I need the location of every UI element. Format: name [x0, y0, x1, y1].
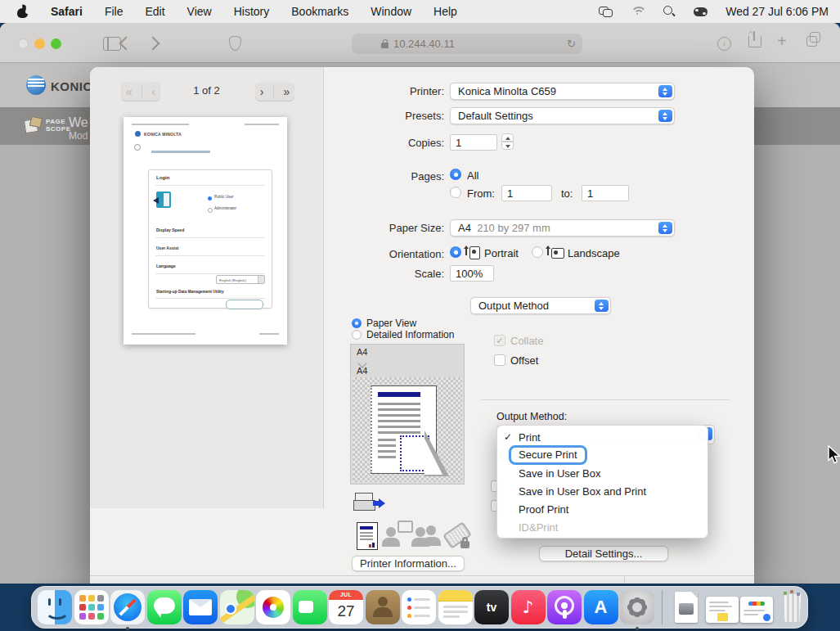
- dock-photos[interactable]: [256, 590, 290, 624]
- dock-trash[interactable]: [775, 590, 810, 624]
- paper-size-popup[interactable]: A4 210 by 297 mm: [450, 219, 675, 237]
- dock-tv[interactable]: tv: [474, 590, 509, 624]
- menu-edit[interactable]: Edit: [145, 5, 164, 18]
- window-close-button[interactable]: [18, 38, 29, 49]
- menu-view[interactable]: View: [187, 5, 212, 18]
- printer-transfer-icon: [353, 493, 384, 516]
- pages-range-radio[interactable]: [450, 187, 461, 198]
- paper-view-radio[interactable]: [352, 318, 362, 328]
- menu-history[interactable]: History: [234, 5, 270, 18]
- window-minimize-button[interactable]: [34, 38, 45, 49]
- share-icon[interactable]: [748, 35, 761, 47]
- dock-system-preferences[interactable]: [620, 590, 654, 624]
- users-icon-disabled: [416, 527, 425, 537]
- previous-page-button[interactable]: ‹: [152, 85, 156, 98]
- dock-podcasts[interactable]: [547, 590, 582, 624]
- offset-label: Offset: [510, 354, 538, 367]
- dock-calendar[interactable]: JUL 27: [329, 590, 363, 624]
- thumb-gear-icon: [134, 144, 141, 151]
- menu-item-id-print: ID&Print: [497, 518, 707, 536]
- reload-icon[interactable]: ↻: [567, 38, 576, 50]
- dock-divider: [662, 590, 663, 624]
- menu-help[interactable]: Help: [433, 5, 457, 18]
- copies-input[interactable]: [450, 134, 497, 151]
- user-icon-disabled: [382, 538, 400, 547]
- screen-mirroring-icon[interactable]: [599, 7, 613, 17]
- printer-information-button[interactable]: Printer Information...: [352, 556, 465, 571]
- dock-maps[interactable]: [220, 590, 254, 624]
- dock-notes[interactable]: [438, 590, 473, 624]
- first-page-button[interactable]: «: [126, 85, 133, 98]
- menu-bar-clock[interactable]: Wed 27 Jul 6:06 PM: [725, 5, 829, 18]
- menu-item-secure-print[interactable]: Secure Print: [497, 446, 707, 464]
- dock-app-store[interactable]: A: [584, 590, 618, 624]
- dock-music[interactable]: ♪: [511, 590, 546, 624]
- menu-item-proof-print[interactable]: Proof Print: [497, 500, 707, 518]
- menu-bookmarks[interactable]: Bookmarks: [291, 5, 348, 18]
- menu-file[interactable]: File: [105, 5, 124, 18]
- pane-selector-popup[interactable]: Output Method: [470, 297, 611, 314]
- popup-chevrons-icon: [658, 85, 672, 97]
- wifi-icon[interactable]: [631, 7, 645, 17]
- thumb-startup-label: Starting-up Data Management Utility: [156, 290, 224, 294]
- dock-facetime[interactable]: [293, 590, 327, 624]
- dock-messages[interactable]: [147, 590, 182, 624]
- pages-all-radio[interactable]: [450, 169, 461, 180]
- users-icon-disabled: [426, 525, 436, 535]
- dock-launchpad[interactable]: [74, 590, 109, 624]
- offset-checkbox[interactable]: [494, 354, 505, 366]
- downloads-icon[interactable]: ↓: [717, 37, 731, 51]
- thumb-footer-text-line: [259, 333, 279, 335]
- dock-minimized-window[interactable]: [706, 597, 739, 623]
- thumb-footer-text-line: [132, 333, 195, 335]
- printer-popup[interactable]: Konica Minolta C659: [450, 83, 675, 100]
- detail-settings-button[interactable]: Detail Settings...: [539, 546, 668, 561]
- pane-selector-value: Output Method: [478, 300, 549, 312]
- next-page-button[interactable]: ›: [260, 85, 264, 98]
- thumb-display-speed: Display Speed: [156, 228, 184, 232]
- portrait-radio[interactable]: [450, 246, 461, 258]
- paper-top-label: A4: [357, 347, 367, 357]
- page-nav-back-group[interactable]: « ‹: [121, 83, 160, 101]
- dock-mail[interactable]: [183, 590, 218, 624]
- menu-window[interactable]: Window: [371, 5, 411, 18]
- popup-chevrons-icon: [595, 300, 609, 312]
- scale-input[interactable]: [450, 265, 494, 282]
- address-bar[interactable]: 10.244.40.11 ↻: [352, 34, 582, 54]
- paper-preview-page: [371, 385, 437, 474]
- dock-safari[interactable]: [110, 590, 145, 624]
- sidebar-toggle-icon[interactable]: [103, 37, 121, 51]
- menu-item-save-in-user-box-and-print[interactable]: Save in User Box and Print: [497, 482, 707, 500]
- page-nav-forward-group[interactable]: › »: [255, 83, 294, 101]
- privacy-shield-icon[interactable]: [229, 36, 241, 51]
- dock-document-file[interactable]: [669, 590, 703, 624]
- spotlight-icon[interactable]: [663, 6, 676, 18]
- dock-finder[interactable]: [38, 590, 72, 624]
- tab-overview-icon[interactable]: [806, 36, 817, 47]
- window-zoom-button[interactable]: [51, 38, 61, 49]
- comment-bubble-icon-disabled: [398, 521, 413, 533]
- back-button[interactable]: [119, 37, 133, 51]
- pages-from-input[interactable]: [501, 185, 552, 201]
- forward-button[interactable]: [146, 37, 160, 51]
- dock-contacts[interactable]: [366, 590, 400, 624]
- new-tab-icon[interactable]: +: [777, 32, 787, 51]
- menu-item-print[interactable]: ✓ Print: [497, 428, 707, 446]
- pages-to-input[interactable]: [582, 185, 629, 201]
- last-page-button[interactable]: »: [283, 85, 290, 98]
- landscape-radio[interactable]: [532, 246, 543, 258]
- pagescope-label: PAGE SCOPE: [46, 118, 71, 133]
- apple-menu-icon[interactable]: [16, 5, 29, 18]
- presets-label: Presets:: [323, 110, 444, 122]
- print-dialog: « ‹ 1 of 2 › » KONICA MINOLTA Login: [90, 67, 754, 584]
- detailed-information-radio[interactable]: [352, 330, 362, 340]
- dock-minimized-safari-window[interactable]: [740, 597, 773, 623]
- copies-label: Copies:: [323, 137, 444, 149]
- dock-reminders[interactable]: [402, 590, 436, 624]
- menu-app-name[interactable]: Safari: [51, 5, 83, 18]
- paper-bottom-label: A4: [357, 366, 367, 376]
- presets-popup[interactable]: Default Settings: [450, 107, 675, 124]
- control-center-icon[interactable]: [694, 7, 707, 16]
- copies-stepper[interactable]: [501, 133, 514, 151]
- menu-item-save-in-user-box[interactable]: Save in User Box: [497, 464, 707, 482]
